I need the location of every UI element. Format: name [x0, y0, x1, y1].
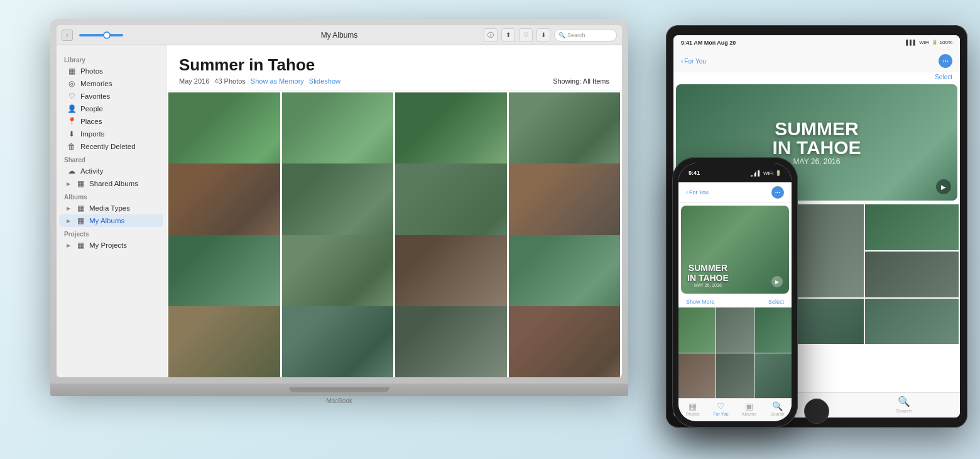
show-as-memory-link[interactable]: Show as Memory — [251, 77, 304, 85]
share-icon[interactable]: ⬆ — [501, 28, 515, 42]
sidebar-label-activity: Activity — [80, 167, 103, 175]
window-title: My Albums — [321, 31, 358, 40]
iphone-mini-cell-5[interactable] — [716, 353, 753, 399]
macbook-device: ‹ My Albums ⓘ ⬆ ♡ ⬇ 🔍 Search — [50, 19, 628, 404]
iphone-notch — [713, 163, 757, 176]
shared-section-label: Shared — [57, 153, 166, 165]
iphone-select-link[interactable]: Select — [768, 299, 784, 305]
sidebar-item-memories[interactable]: ◎ Memories — [59, 77, 163, 90]
iphone-memory-card[interactable]: SUMMERIN TAHOE MAY 26, 2016 ▶ — [681, 206, 789, 294]
iphone-mini-cell-2[interactable] — [716, 307, 753, 353]
ipad-more-button[interactable]: ··· — [939, 54, 952, 68]
iphone-search-tab-icon: 🔍 — [772, 401, 783, 411]
iphone-albums-tab-icon: ▣ — [745, 401, 753, 411]
import-icon[interactable]: ⬇ — [536, 28, 550, 42]
photos-icon: ▦ — [67, 67, 77, 75]
imports-icon: ⬇ — [67, 130, 77, 138]
album-title: Summer in Tahoe — [179, 55, 609, 75]
iphone-mini-cell-3[interactable] — [754, 307, 792, 353]
places-icon: 📍 — [67, 117, 77, 126]
photo-cell-16[interactable] — [509, 306, 621, 377]
macbook-base — [50, 384, 628, 396]
macbook-titlebar: ‹ My Albums ⓘ ⬆ ♡ ⬇ 🔍 Search — [57, 25, 622, 45]
ipad-photo-cell-3[interactable] — [865, 204, 959, 250]
sidebar-item-photos[interactable]: ▦ Photos — [59, 65, 163, 77]
ipad-signal-icon: ▌▌▌ — [906, 40, 917, 45]
back-chevron-icon: ‹ — [686, 189, 688, 196]
iphone-memory-text: SUMMERIN TAHOE MAY 26, 2016 — [687, 263, 729, 287]
ipad-time: 9:41 AM Mon Aug 20 — [681, 40, 736, 46]
ipad-home-button[interactable] — [804, 399, 829, 424]
sidebar-item-favorites[interactable]: ♡ Favorites — [59, 90, 163, 102]
memories-icon: ◎ — [67, 79, 77, 88]
iphone-foryou-tab-label: For You — [713, 412, 728, 416]
sidebar-label-imports: Imports — [80, 130, 104, 138]
ipad-back-button[interactable]: ‹ For You — [681, 58, 706, 65]
iphone-mini-cell-4[interactable] — [678, 353, 716, 399]
ipad-wifi-icon: WiFi — [919, 40, 929, 45]
ipad-photo-cell-8[interactable] — [865, 299, 959, 345]
my-albums-expand-icon: ▶ — [67, 218, 70, 224]
sidebar-item-media-types[interactable]: ▶ ▦ Media Types — [59, 202, 163, 214]
iphone-tab-foryou[interactable]: ♡ For You — [707, 401, 735, 416]
ipad-status-icons: ▌▌▌ WiFi 🔋 100% — [906, 40, 952, 45]
album-meta: May 2016 43 Photos Show as Memory Slides… — [179, 77, 609, 85]
ipad-memory-title: SUMMERIN TAHOE — [772, 119, 861, 157]
sidebar-item-my-projects[interactable]: ▶ ▦ My Projects — [59, 239, 163, 252]
my-albums-icon: ▦ — [75, 216, 85, 225]
photo-cell-13[interactable] — [168, 306, 280, 377]
sidebar-item-people[interactable]: 👤 People — [59, 102, 163, 115]
sidebar-label-recently-deleted: Recently Deleted — [80, 143, 136, 150]
iphone-memory-title: SUMMERIN TAHOE — [687, 263, 729, 283]
sidebar-item-imports[interactable]: ⬇ Imports — [59, 128, 163, 140]
ipad-play-button[interactable]: ▶ — [936, 179, 951, 194]
photo-cell-14[interactable] — [282, 306, 394, 377]
search-box[interactable]: 🔍 Search — [554, 29, 617, 41]
iphone-play-button[interactable]: ▶ — [771, 276, 783, 287]
zoom-slider[interactable] — [79, 34, 123, 36]
sidebar-label-places: Places — [80, 118, 102, 125]
sidebar-item-places[interactable]: 📍 Places — [59, 115, 163, 128]
slideshow-link[interactable]: Slideshow — [309, 77, 340, 85]
ipad-tab-search[interactable]: 🔍 Search — [860, 395, 947, 414]
info-icon[interactable]: ⓘ — [484, 28, 498, 42]
favorites-icon: ♡ — [67, 92, 77, 101]
iphone-show-more-bar: Show More Select — [678, 296, 792, 307]
iphone-show-more-link[interactable]: Show More — [686, 299, 715, 305]
zoom-slider-thumb — [103, 31, 111, 39]
ipad-photo-cell-5[interactable] — [865, 252, 959, 297]
sidebar-label-favorites: Favorites — [80, 92, 110, 100]
ipad-statusbar: 9:41 AM Mon Aug 20 ▌▌▌ WiFi 🔋 100% — [673, 35, 960, 50]
iphone-mini-grid — [678, 307, 792, 398]
ipad-select-link[interactable]: Select — [935, 74, 952, 80]
iphone-mini-cell-1[interactable] — [678, 307, 716, 353]
titlebar-controls: ‹ — [62, 30, 123, 41]
iphone-back-button[interactable]: ‹ For You — [686, 189, 709, 196]
ipad-search-tab-label: Search — [896, 408, 912, 414]
more-dots-icon: ··· — [775, 189, 780, 196]
sidebar-label-memories: Memories — [80, 80, 112, 87]
iphone-tab-albums[interactable]: ▣ Albums — [735, 401, 763, 416]
photo-cell-15[interactable] — [395, 306, 507, 377]
sidebar-item-recently-deleted[interactable]: 🗑 Recently Deleted — [59, 140, 163, 153]
devices-wrapper: ‹ My Albums ⓘ ⬆ ♡ ⬇ 🔍 Search — [0, 0, 980, 459]
projects-section-label: Projects — [57, 227, 166, 239]
iphone-photos-tab-icon: ▦ — [689, 401, 697, 411]
iphone-screen: 9:41 ▌▌▌ WiFi 🔋 ‹ For You ··· — [678, 163, 792, 421]
ipad-battery-icon: 🔋 100% — [932, 40, 952, 45]
iphone-tab-photos[interactable]: ▦ Photos — [678, 401, 707, 416]
heart-icon[interactable]: ♡ — [519, 28, 533, 42]
iphone-back-label: For You — [689, 189, 709, 196]
sidebar: Library ▦ Photos ◎ Memories ♡ Favorites — [57, 45, 166, 377]
showing-label[interactable]: Showing: All Items — [553, 77, 609, 85]
sidebar-item-activity[interactable]: ☁ Activity — [59, 165, 163, 177]
iphone-mini-cell-6[interactable] — [754, 353, 792, 399]
sidebar-item-my-albums[interactable]: ▶ ▦ My Albums — [59, 214, 163, 227]
sidebar-item-shared-albums[interactable]: ▶ ▦ Shared Albums — [59, 177, 163, 190]
sidebar-label-my-projects: My Projects — [89, 241, 127, 249]
iphone-tab-search[interactable]: 🔍 Search — [763, 401, 792, 416]
iphone-more-button[interactable]: ··· — [771, 186, 784, 199]
back-button[interactable]: ‹ — [62, 30, 73, 41]
ipad-back-label: For You — [684, 58, 705, 65]
search-placeholder: Search — [567, 32, 585, 38]
